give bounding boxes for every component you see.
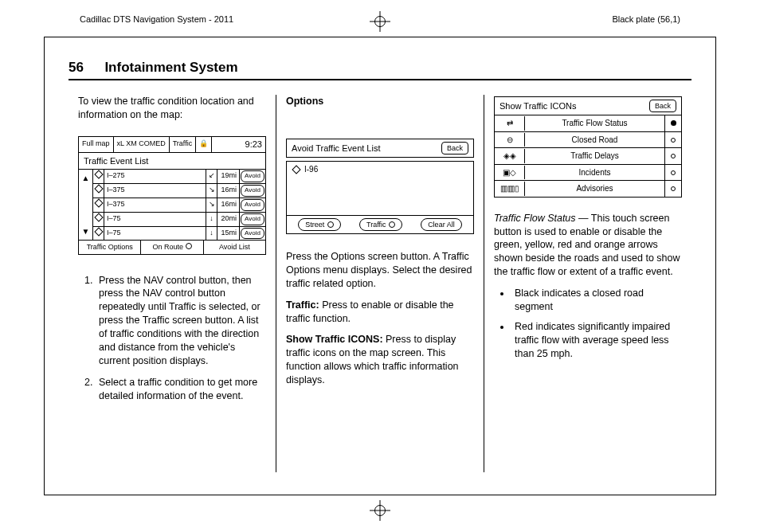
radio-on-icon [671,120,676,126]
bullet-black: Black indicates a closed road segment [511,287,682,314]
fig2-traffic: Traffic [366,220,386,229]
fig3-row: ▣◇ Incidents [495,165,681,182]
fig1-scroll-arrows: ▲▼ [79,170,93,240]
fig1-row: I–375 ↘ 16mi Avoid [93,184,265,198]
options-p3: Show Traffic ICONS: Press to display tra… [286,333,474,387]
fig-traffic-event-list: Full map xL XM COMED Traffic 🔒 9:23 Traf… [78,136,266,255]
fig1-bot-onroute: On Route [152,243,183,251]
fig3-row: ⇄ Traffic Flow Status [495,115,681,132]
fig1-road: I–375 [104,184,206,198]
intro-text: To view the traffic condition location a… [78,95,266,122]
fig3-back-button: Back [649,100,676,112]
fig3-label: Closed Road [525,132,665,148]
fig1-avoid: Avoid [241,185,264,197]
arrows-icon: ⇄ [495,116,525,131]
fig2-clearall: Clear All [421,218,462,231]
fig1-row: I–375 ↘ 16mi Avoid [93,198,265,213]
diamond-icon [94,198,103,207]
doc-title: Cadillac DTS Navigation System - 2011 [80,14,233,24]
fig1-dist: 20mi [217,213,240,226]
column-2: Options Avoid Traffic Event List Back I-… [276,95,484,472]
registration-mark-bottom [370,500,390,521]
page-header: 56 Infotainment System [69,60,691,80]
fig1-road: I–75 [104,213,206,226]
fig1-avoid: Avoid [241,199,264,211]
fig1-avoid: Avoid [241,170,264,182]
traffic-delays-icon: ◈◈ [495,149,525,163]
fig2-back-button: Back [441,142,468,155]
options-p1: Press the Options screen button. A Traff… [286,250,474,291]
tfs-paragraph: Traffic Flow Status — This touch screen … [494,212,682,279]
chapter-title: Infotainment System [104,60,237,75]
fig1-dist: 19mi [217,170,240,183]
fig1-row: I–275 ↙ 19mi Avoid [93,170,265,184]
radio-icon [389,221,395,228]
fig1-bot-traffic-options: Traffic Options [79,241,141,253]
fig3-row: ▥▥▯ Advisories [495,181,681,197]
advisories-icon: ▥▥▯ [495,182,525,196]
fig2-item: I-96 [304,164,318,175]
fig3-label: Incidents [525,165,665,181]
diamond-icon [94,213,103,221]
diamond-icon [94,170,103,179]
radio-icon [327,221,334,228]
fig2-title: Avoid Traffic Event List [292,143,380,155]
bullet-red: Red indicates significantly impaired tra… [511,320,682,361]
fig1-title: Traffic Event List [79,153,265,170]
diamond-icon [94,227,103,236]
fig1-clock: 9:23 [212,137,265,152]
fig1-bot-avoidlist: Avoid List [204,241,265,253]
radio-off-icon [671,154,676,158]
fig1-road: I–375 [104,198,206,212]
registration-mark-top [370,11,390,32]
plate-info: Black plate (56,1) [612,14,680,24]
radio-off-icon [671,170,676,175]
step-1: Press the NAV control button, then press… [96,274,266,368]
step-2: Select a traffic condition to get more d… [96,376,266,403]
options-p2: Traffic: Press to enable or disable the … [286,299,474,326]
closed-road-icon: ⊖ [495,133,525,147]
diamond-icon [292,165,300,174]
fig1-row: I–75 ↓ 15mi Avoid [93,227,265,241]
diamond-icon [94,185,103,194]
fig2-street: Street [305,220,324,229]
fig1-avoid: Avoid [241,213,264,225]
fig1-dist: 15mi [217,227,240,241]
fig1-dist: 16mi [217,198,240,212]
fig1-topbar-fullmap: Full map [79,137,114,152]
fig1-row: I–75 ↓ 20mi Avoid [93,213,265,227]
fig-avoid-list: Avoid Traffic Event List Back I-96 Stree… [286,139,474,234]
fig1-topbar-station: xL XM COMED [114,137,170,152]
fig3-label: Traffic Delays [525,148,665,164]
fig3-label: Advisories [525,181,665,197]
fig3-row: ◈◈ Traffic Delays [495,148,681,165]
fig-show-traffic-icons: Show Traffic ICONs Back ⇄ Traffic Flow S… [494,96,682,198]
fig1-dist: 16mi [217,184,240,198]
page-frame: 56 Infotainment System To view the traff… [44,37,716,495]
fig3-row: ⊖ Closed Road [495,132,681,149]
fig1-topbar-traffic: Traffic [170,137,197,152]
radio-off-icon [671,186,676,191]
fig3-label: Traffic Flow Status [525,115,665,131]
column-1: To view the traffic condition location a… [69,95,276,472]
options-heading: Options [286,95,474,108]
fig3-title: Show Traffic ICONs [499,100,576,112]
radio-icon [186,243,192,249]
fig1-road: I–275 [104,170,206,183]
fig1-road: I–75 [104,227,206,241]
fig1-avoid: Avoid [241,228,264,240]
page-number: 56 [69,60,84,75]
column-3: Show Traffic ICONs Back ⇄ Traffic Flow S… [484,95,691,472]
incidents-icon: ▣◇ [495,166,525,180]
radio-off-icon [671,138,676,143]
